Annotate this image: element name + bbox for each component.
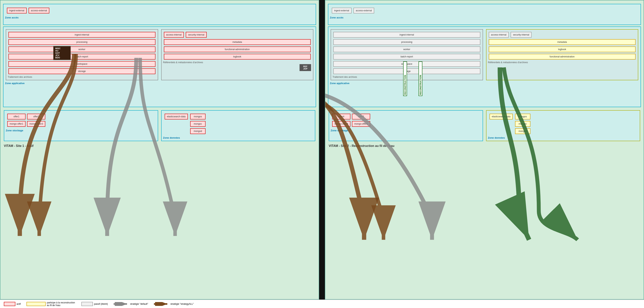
offer1-site1: offer1	[7, 114, 26, 119]
referentiels-zone-site1: access-internal security-internal metada…	[161, 29, 314, 80]
site2-panel: ingest-external access-external Zone acc…	[325, 0, 644, 299]
traitement-label-site1: Traitement des archives	[8, 76, 156, 78]
legend-default-arrow	[114, 302, 129, 306]
ingest-external-site1: ingest-external	[7, 8, 27, 14]
access-internal-site2: access-internal	[489, 32, 509, 38]
access-external-site2: access-external	[354, 8, 374, 14]
worker-site1: worker	[8, 47, 156, 52]
legend-reconstruction-label: participe à la reconstruction au fil de …	[47, 301, 76, 307]
legend-reconstruction: participe à la reconstruction au fil de …	[26, 301, 76, 307]
site1-panel: ingest-external access-external Zone acc…	[0, 0, 319, 299]
security-internal-site2: security-internal	[511, 32, 532, 38]
traitement-zone-site1: ingest-internal processing worker batch-…	[6, 29, 158, 80]
security-internal-site1: security-internal	[186, 32, 207, 38]
mongod-site2: mongod	[515, 128, 530, 134]
processing-site1: processing	[8, 39, 156, 45]
offer4-site2: offer4	[332, 114, 350, 119]
zone-donnees-label-site2: Zone données	[488, 136, 638, 139]
site1-title: VITAM - Site 1 - Actif	[2, 143, 317, 148]
functional-admin-site1: functional-administration	[164, 47, 311, 52]
zone-acces-site2: ingest-external access-external Zone acc…	[328, 4, 641, 25]
logbook-site2: logbook	[489, 47, 636, 52]
legend-strategyall-label: stratégie "strategyALL"	[170, 303, 194, 305]
legend-passif-label: passif (éteint)	[94, 303, 108, 305]
referentiels-zone-site2: access-internal security-internal metada…	[486, 29, 638, 80]
reconstruction-label-2: RECONSTRUCTION	[418, 62, 422, 96]
offer2-site2: offer2	[352, 114, 370, 119]
mongod-site1: mongod	[190, 128, 206, 134]
functional-admin-site2: functional-administration	[489, 54, 636, 60]
logbook-site1: logbook	[164, 54, 311, 60]
legend-bar: actif participe à la reconstruction au f…	[0, 299, 644, 308]
zone-applicative-label-site1: Zone applicative	[5, 82, 314, 85]
mongos-site1: mongos	[190, 114, 206, 119]
batch-report-site2: batch-report	[333, 54, 480, 60]
legend-strategyall: stratégie "strategyALL"	[154, 302, 194, 306]
zone-applicative-site2: ingest-internal processing worker batch-…	[328, 27, 641, 107]
elasticsearch-site1: elasticsearch-data	[165, 114, 188, 119]
worker-site2: worker	[333, 47, 480, 52]
referentiels-label-site2: Référentiels & métadonnées d'archives	[488, 61, 636, 64]
site2-title: VITAM - Site 2 - Reconstruction au fil d…	[327, 143, 642, 148]
misc-bdo: BDO	[55, 57, 69, 59]
access-internal-site1: access-internal	[164, 32, 184, 38]
referentiels-label-site1: Référentiels & métadonnées d'archives	[163, 61, 312, 64]
misc-jcv: JCV	[55, 54, 69, 57]
processing-site2: processing	[333, 39, 480, 45]
mongo-offer2-site2: mongo-offer2	[352, 121, 370, 127]
mongo-offer3-site1: mongo-offer3	[27, 121, 45, 127]
zone-acces-label-site2: Zone accès	[330, 16, 639, 19]
legend-passif: passif (éteint)	[81, 302, 108, 306]
ingest-external-site2: ingest-external	[332, 8, 352, 14]
offer3-site1: offer3	[27, 114, 45, 119]
zone-donnees-site1: elasticsearch-data mongos mongoc mongod …	[161, 110, 316, 141]
zone-donnees-site2: elasticsearch-data mongos mongoc mongod …	[486, 110, 640, 141]
metadata-site2: metadata	[489, 39, 636, 45]
legend-actif-box	[4, 302, 15, 306]
elasticsearch-site2: elasticsearch-data	[490, 114, 513, 119]
workspace-site1: workspace	[8, 61, 156, 67]
ingest-internal-site1: ingest-internal	[8, 32, 156, 38]
mongoc-site1: mongoc	[190, 121, 206, 127]
legend-strategyall-arrow	[154, 302, 169, 306]
mongo-offer1-site1: mongo-offer1	[7, 121, 26, 127]
legend-actif: actif	[4, 302, 21, 306]
ingest-internal-site2: ingest-internal	[333, 32, 480, 38]
misc-au: AU	[55, 50, 69, 52]
legend-default: stratégie "default"	[114, 302, 148, 306]
legend-passif-box	[81, 302, 93, 306]
misc-label: MISC	[55, 47, 69, 50]
zone-acces-site1: ingest-external access-external Zone acc…	[3, 4, 316, 25]
ref-jop-site1: REFJOP	[300, 64, 311, 71]
zone-stockage-label-site1: Zone stockage	[6, 129, 156, 132]
misc-got: GOT	[55, 52, 69, 54]
zone-stockage-label-site2: Zone stockage	[331, 129, 481, 132]
zone-applicative-label-site2: Zone applicative	[330, 82, 639, 85]
mongo-offer4-site2: mongo-offer4	[332, 121, 350, 127]
site-divider	[319, 0, 325, 299]
zone-donnees-label-site1: Zone données	[163, 136, 314, 139]
batch-report-site1: batch-report	[8, 54, 156, 60]
storage-site1: storage	[8, 68, 156, 74]
zone-stockage-site1: offer1 mongo-offer1 offer3 mongo-offer3 …	[4, 110, 158, 141]
zone-stockage-site2: offer4 mongo-offer4 offer2 mongo-offer2 …	[329, 110, 483, 141]
misc-box-site1: MISC AU GOT JCV BDO	[53, 46, 70, 60]
legend-actif-label: actif	[16, 303, 21, 305]
metadata-site1: metadata	[164, 39, 311, 45]
zone-acces-label-site1: Zone accès	[5, 16, 314, 19]
reconstruction-label-1: RECONSTRUCTION	[403, 62, 407, 96]
legend-default-label: stratégie "default"	[130, 303, 148, 305]
mongoc-site2: mongoc	[515, 121, 530, 127]
access-external-site1: access-external	[28, 8, 49, 14]
zone-applicative-site1: ingest-internal processing worker batch-…	[3, 27, 316, 107]
mongos-site2: mongos	[515, 114, 530, 119]
legend-reconstruction-box	[26, 302, 46, 306]
